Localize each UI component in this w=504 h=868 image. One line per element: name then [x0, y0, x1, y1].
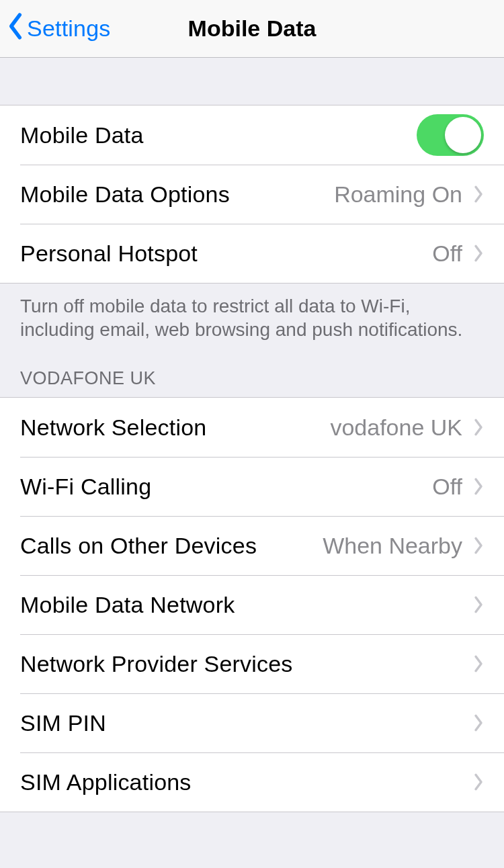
chevron-right-icon: [473, 595, 484, 614]
chevron-right-icon: [473, 713, 484, 732]
row-network-provider-services[interactable]: Network Provider Services: [0, 634, 504, 693]
navigation-bar: Settings Mobile Data: [0, 0, 504, 58]
chevron-right-icon: [473, 773, 484, 791]
row-network-selection[interactable]: Network Selection vodafone UK: [0, 398, 504, 457]
chevron-right-icon: [473, 654, 484, 673]
calls-other-devices-label: Calls on Other Devices: [20, 533, 323, 559]
carrier-section-header: VODAFONE UK: [0, 341, 504, 397]
row-sim-pin[interactable]: SIM PIN: [0, 693, 504, 752]
network-provider-services-label: Network Provider Services: [20, 651, 473, 677]
chevron-right-icon: [473, 536, 484, 555]
mobile-data-footer: Turn off mobile data to restrict all dat…: [0, 284, 504, 341]
mobile-data-label: Mobile Data: [20, 122, 417, 148]
sim-pin-label: SIM PIN: [20, 710, 473, 736]
mobile-data-network-label: Mobile Data Network: [20, 592, 473, 618]
personal-hotspot-value: Off: [432, 241, 462, 267]
back-button[interactable]: Settings: [7, 0, 110, 57]
mobile-data-toggle[interactable]: [417, 114, 484, 156]
calls-other-devices-value: When Nearby: [323, 533, 462, 559]
row-mobile-data-toggle[interactable]: Mobile Data: [0, 105, 504, 165]
personal-hotspot-label: Personal Hotspot: [20, 241, 432, 267]
sim-applications-label: SIM Applications: [20, 769, 473, 795]
row-mobile-data-network[interactable]: Mobile Data Network: [0, 575, 504, 634]
row-personal-hotspot[interactable]: Personal Hotspot Off: [0, 224, 504, 283]
chevron-right-icon: [473, 185, 484, 204]
row-wifi-calling[interactable]: Wi-Fi Calling Off: [0, 457, 504, 516]
network-selection-value: vodafone UK: [330, 415, 462, 441]
network-selection-label: Network Selection: [20, 415, 330, 441]
group-mobile-data: Mobile Data Mobile Data Options Roaming …: [0, 105, 504, 284]
chevron-left-icon: [7, 12, 24, 46]
wifi-calling-value: Off: [432, 474, 462, 500]
wifi-calling-label: Wi-Fi Calling: [20, 474, 432, 500]
spacer: [0, 58, 504, 105]
row-calls-other-devices[interactable]: Calls on Other Devices When Nearby: [0, 516, 504, 575]
row-sim-applications[interactable]: SIM Applications: [0, 752, 504, 812]
chevron-right-icon: [473, 477, 484, 496]
group-carrier: Network Selection vodafone UK Wi-Fi Call…: [0, 397, 504, 812]
mobile-data-options-value: Roaming On: [334, 181, 462, 208]
chevron-right-icon: [473, 244, 484, 263]
chevron-right-icon: [473, 418, 484, 437]
mobile-data-options-label: Mobile Data Options: [20, 181, 334, 208]
back-label: Settings: [27, 15, 110, 42]
row-mobile-data-options[interactable]: Mobile Data Options Roaming On: [0, 165, 504, 224]
